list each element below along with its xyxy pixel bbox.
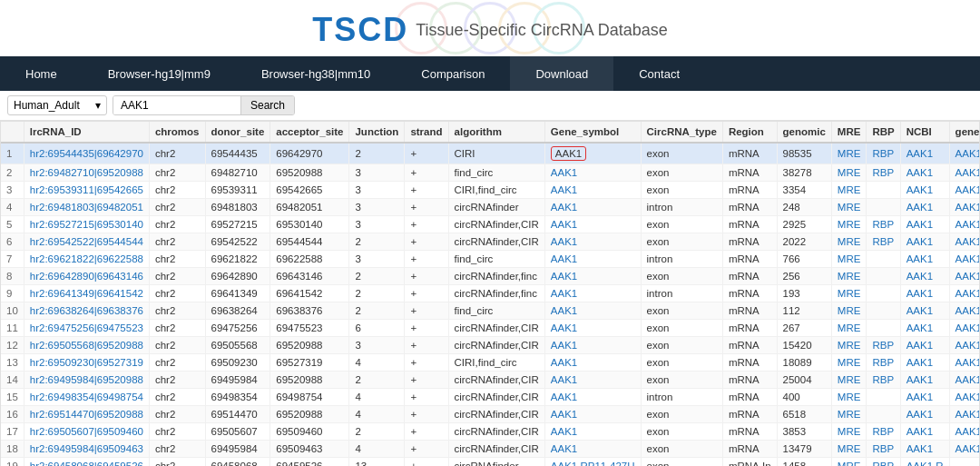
gene-symbol-link[interactable]: AAK1 bbox=[551, 357, 577, 368]
gene-symbol-link[interactable]: AAK1 bbox=[551, 392, 577, 402]
gene-symbol-link[interactable]: AAK1 bbox=[551, 374, 577, 385]
rbp-link[interactable]: RBP bbox=[867, 143, 900, 164]
genecards-link[interactable]: AAK1 bbox=[949, 320, 980, 337]
genecards-link[interactable]: AAK1 bbox=[949, 441, 980, 458]
nav-browser-hg38[interactable]: Browser-hg38|mm10 bbox=[236, 56, 396, 91]
rbp-link[interactable] bbox=[867, 320, 900, 337]
gene-symbol-link[interactable]: AAK1 bbox=[551, 236, 577, 247]
rbp-link[interactable] bbox=[867, 302, 900, 320]
gene-symbol[interactable]: AAK1 bbox=[544, 441, 641, 458]
mre-link[interactable]: MRE bbox=[831, 389, 867, 406]
genecards-link[interactable]: AAK1 bbox=[949, 285, 980, 302]
rbp-link[interactable] bbox=[867, 406, 900, 423]
circ-id[interactable]: hr2:69539311|69542665 bbox=[24, 182, 149, 199]
ncbi-link[interactable]: AAK1 bbox=[900, 216, 949, 233]
genecards-link[interactable]: AAK1 bbox=[949, 354, 980, 372]
species-dropdown[interactable]: Human_Adult ▾ bbox=[7, 95, 107, 115]
mre-link[interactable]: MRE bbox=[831, 354, 867, 372]
rbp-link[interactable] bbox=[867, 268, 900, 285]
genecards-link[interactable]: AAK1 bbox=[949, 372, 980, 389]
gene-symbol[interactable]: AAK1 bbox=[544, 268, 641, 285]
ncbi-link[interactable]: AAK1 bbox=[900, 143, 949, 164]
circ-id[interactable]: hr2:69527215|69530140 bbox=[24, 216, 149, 233]
rbp-link[interactable] bbox=[867, 182, 900, 199]
rbp-link[interactable] bbox=[867, 285, 900, 302]
rbp-link[interactable]: RBP bbox=[867, 441, 900, 458]
circ-id[interactable]: hr2:69621822|69622588 bbox=[24, 251, 149, 268]
mre-link[interactable]: MRE bbox=[831, 302, 867, 320]
circ-id[interactable]: hr2:69641349|69641542 bbox=[24, 285, 149, 302]
gene-symbol[interactable]: AAK1 bbox=[544, 182, 641, 199]
gene-symbol-link[interactable]: AAK1 bbox=[551, 202, 577, 213]
ncbi-link[interactable]: AAK1 bbox=[900, 406, 949, 423]
ncbi-link[interactable]: AAK1 bbox=[900, 302, 949, 320]
mre-link[interactable]: MRE bbox=[831, 199, 867, 216]
mre-link[interactable]: MRE bbox=[831, 458, 867, 467]
circ-id[interactable]: hr2:69482710|69520988 bbox=[24, 164, 149, 182]
search-input[interactable] bbox=[113, 96, 240, 114]
mre-link[interactable]: MRE bbox=[831, 372, 867, 389]
gene-symbol[interactable]: AAK1 bbox=[544, 320, 641, 337]
mre-link[interactable]: MRE bbox=[831, 441, 867, 458]
mre-link[interactable]: MRE bbox=[831, 285, 867, 302]
mre-link[interactable]: MRE bbox=[831, 233, 867, 251]
ncbi-link[interactable]: AAK1 bbox=[900, 285, 949, 302]
ncbi-link[interactable]: AAK1 bbox=[900, 182, 949, 199]
circ-id[interactable]: hr2:69642890|69643146 bbox=[24, 268, 149, 285]
ncbi-link[interactable]: AAK1 bbox=[900, 337, 949, 354]
genecards-link[interactable]: AAK1 bbox=[949, 389, 980, 406]
mre-link[interactable]: MRE bbox=[831, 216, 867, 233]
circ-id[interactable]: hr2:69498354|69498754 bbox=[24, 389, 149, 406]
gene-symbol[interactable]: AAK1 bbox=[544, 233, 641, 251]
nav-home[interactable]: Home bbox=[0, 56, 83, 91]
ncbi-link[interactable]: AAK1 bbox=[900, 441, 949, 458]
gene-symbol-link[interactable]: AAK1 bbox=[551, 271, 577, 282]
rbp-link[interactable]: RBP bbox=[867, 354, 900, 372]
ncbi-link[interactable]: AAK1,R bbox=[900, 458, 949, 467]
ncbi-link[interactable]: AAK1 bbox=[900, 199, 949, 216]
mre-link[interactable]: MRE bbox=[831, 182, 867, 199]
circ-id[interactable]: hr2:69544435|69642970 bbox=[24, 143, 149, 164]
mre-link[interactable]: MRE bbox=[831, 337, 867, 354]
genecards-link[interactable]: AAK1 bbox=[949, 251, 980, 268]
gene-symbol-link[interactable]: AAK1 bbox=[551, 340, 577, 351]
rbp-link[interactable]: RBP bbox=[867, 216, 900, 233]
circ-id[interactable]: hr2:69638264|69638376 bbox=[24, 302, 149, 320]
gene-symbol[interactable]: AAK1,RP11-427H bbox=[544, 458, 641, 467]
rbp-link[interactable] bbox=[867, 251, 900, 268]
circ-id[interactable]: hr2:69495984|69509463 bbox=[24, 441, 149, 458]
gene-symbol[interactable]: AAK1 bbox=[544, 406, 641, 423]
genecards-link[interactable]: AAK1 bbox=[949, 182, 980, 199]
ncbi-link[interactable]: AAK1 bbox=[900, 268, 949, 285]
gene-symbol-link[interactable]: AAK1 bbox=[551, 305, 577, 316]
gene-symbol[interactable]: AAK1 bbox=[544, 354, 641, 372]
nav-download[interactable]: Download bbox=[510, 56, 613, 91]
circ-id[interactable]: hr2:69475256|69475523 bbox=[24, 320, 149, 337]
gene-symbol[interactable]: AAK1 bbox=[544, 423, 641, 441]
ncbi-link[interactable]: AAK1 bbox=[900, 372, 949, 389]
gene-symbol[interactable]: AAK1 bbox=[544, 337, 641, 354]
circ-id[interactable]: hr2:69542522|69544544 bbox=[24, 233, 149, 251]
gene-symbol-link[interactable]: AAK1 bbox=[551, 409, 577, 420]
gene-symbol-link[interactable]: AAK1 bbox=[551, 322, 577, 333]
rbp-link[interactable]: RBP bbox=[867, 423, 900, 441]
search-button[interactable]: Search bbox=[240, 96, 294, 114]
ncbi-link[interactable]: AAK1 bbox=[900, 251, 949, 268]
rbp-link[interactable]: RBP bbox=[867, 337, 900, 354]
circ-id[interactable]: hr2:69458068|69459526 bbox=[24, 458, 149, 467]
ncbi-link[interactable]: AAK1 bbox=[900, 389, 949, 406]
mre-link[interactable]: MRE bbox=[831, 164, 867, 182]
gene-symbol-link[interactable]: AAK1 bbox=[551, 184, 577, 195]
gene-symbol-link[interactable]: AAK1,RP11-427H bbox=[551, 461, 635, 466]
ncbi-link[interactable]: AAK1 bbox=[900, 164, 949, 182]
mre-link[interactable]: MRE bbox=[831, 423, 867, 441]
genecards-link[interactable]: AAK1 bbox=[949, 216, 980, 233]
gene-symbol[interactable]: AAK1 bbox=[544, 389, 641, 406]
mre-link[interactable]: MRE bbox=[831, 406, 867, 423]
nav-contact[interactable]: Contact bbox=[613, 56, 705, 91]
gene-symbol[interactable]: AAK1 bbox=[544, 285, 641, 302]
genecards-link[interactable]: AAK1 bbox=[949, 233, 980, 251]
mre-link[interactable]: MRE bbox=[831, 268, 867, 285]
mre-link[interactable]: MRE bbox=[831, 251, 867, 268]
genecards-link[interactable]: AAK1 bbox=[949, 406, 980, 423]
